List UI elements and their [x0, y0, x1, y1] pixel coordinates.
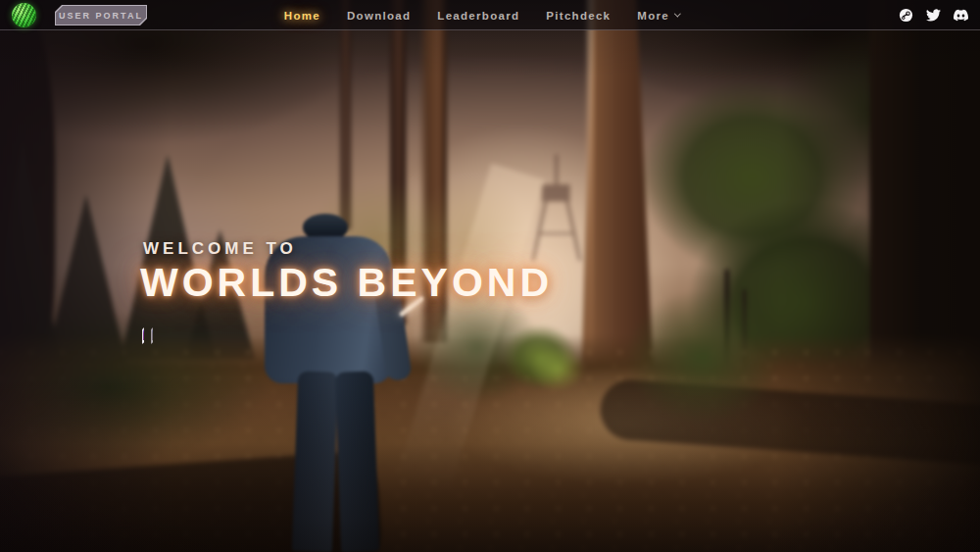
download-buttons: Download For Windows Download For MacOS	[142, 324, 153, 348]
leg	[335, 371, 379, 552]
nav-item-more[interactable]: More	[637, 10, 680, 22]
leg	[292, 371, 338, 552]
user-portal-label: USER PORTAL	[56, 6, 146, 25]
foliage	[625, 289, 780, 425]
discord-icon[interactable]	[954, 8, 968, 23]
nav-item-pitchdeck[interactable]: Pitchdeck	[546, 10, 611, 22]
chevron-down-icon	[674, 11, 681, 18]
steam-icon[interactable]	[899, 8, 913, 23]
download-macos-button[interactable]: Download For MacOS	[151, 324, 153, 348]
edge-shade	[780, 0, 980, 552]
main-menu: Home Download Leaderboard Pitchdeck More	[284, 0, 680, 30]
torso	[265, 236, 392, 383]
edge-shade	[0, 0, 171, 552]
logo-globe-icon[interactable]	[12, 3, 36, 27]
nav-item-more-label: More	[637, 10, 669, 22]
nav-item-home[interactable]: Home	[284, 10, 320, 22]
nav-item-leaderboard[interactable]: Leaderboard	[437, 10, 519, 22]
top-navbar: USER PORTAL Home Download Leaderboard Pi…	[0, 0, 980, 30]
user-portal-button[interactable]: USER PORTAL	[55, 5, 147, 25]
social-links	[899, 0, 968, 30]
landing-page: USER PORTAL Home Download Leaderboard Pi…	[0, 0, 980, 552]
download-windows-button[interactable]: Download For Windows	[142, 324, 144, 348]
hero-background-photo	[0, 0, 980, 552]
twitter-icon[interactable]	[926, 8, 941, 23]
character-silhouette	[279, 210, 407, 552]
fern	[530, 346, 585, 391]
nav-item-download[interactable]: Download	[347, 10, 411, 22]
